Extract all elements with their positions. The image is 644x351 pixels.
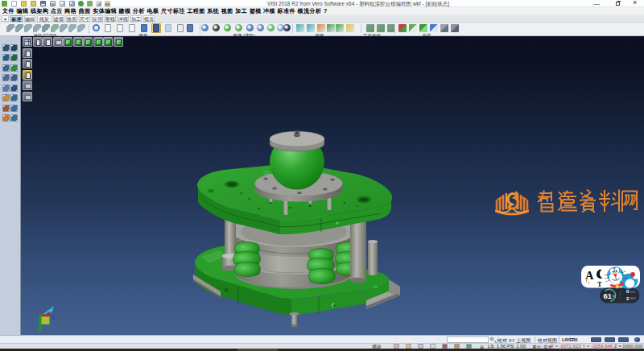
svg-text:61: 61 (604, 291, 613, 300)
svg-text:%: % (613, 295, 616, 299)
svg-text:X: X (52, 315, 56, 320)
svg-text:MB/S: MB/S (630, 297, 636, 300)
svg-text:KB/S: KB/S (630, 291, 636, 294)
svg-text:T: T (597, 280, 602, 288)
svg-text:A: A (585, 269, 594, 282)
